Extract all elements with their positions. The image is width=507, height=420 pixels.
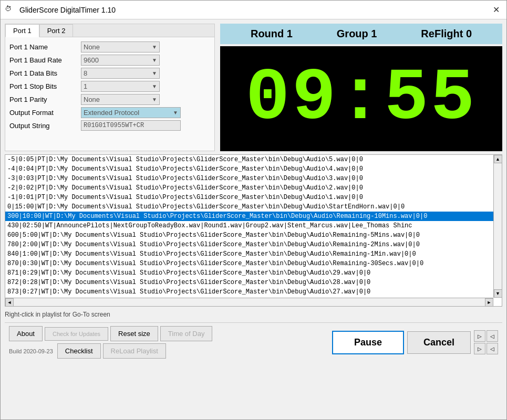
- playlist-item[interactable]: 300|10:00|WT|D:\My Documents\Visual Stud…: [5, 212, 502, 221]
- tab-port2[interactable]: Port 2: [39, 24, 74, 37]
- content-area: Port 1 Port 2 Port 1 Name None ▼ Port 1: [1, 19, 506, 419]
- main-window: ⏱ GliderScore DigitalTimer 1.10 ✕ Port 1…: [0, 0, 507, 420]
- output-format-value: Extended Protocol: [84, 109, 139, 117]
- window-title: GliderScore DigitalTimer 1.10: [19, 6, 116, 14]
- playlist-item[interactable]: 870|0:30|WT|D:\My Documents\Visual Studi…: [5, 259, 502, 268]
- port1-stop-row: Port 1 Stop Bits 1 ▼: [9, 81, 210, 92]
- scroll-left-button[interactable]: ◄: [5, 298, 14, 307]
- port1-baud-label: Port 1 Baud Rate: [9, 56, 78, 64]
- mini-btn-row-bottom: ▷ ◁: [474, 343, 498, 354]
- group-label: Group 1: [337, 28, 377, 40]
- output-string-value: R01G01T0955WT+CR: [81, 120, 181, 131]
- check-updates-button[interactable]: Check for Updates: [45, 327, 108, 341]
- playlist-item[interactable]: 840|1:00|WT|D:\My Documents\Visual Studi…: [5, 249, 502, 259]
- output-string-row: Output String R01G01T0955WT+CR: [9, 120, 210, 131]
- port1-stop-arrow: ▼: [152, 83, 157, 89]
- port1-name-row: Port 1 Name None ▼: [9, 41, 210, 52]
- port1-parity-arrow: ▼: [152, 97, 157, 102]
- mini-buttons: ▷ ◁ ▷ ◁: [474, 330, 498, 354]
- button-row-1: About Check for Updates Reset size Time …: [9, 326, 212, 341]
- scroll-right-button[interactable]: ►: [485, 298, 493, 307]
- playlist-item[interactable]: -5|0:05|PT|D:\My Documents\Visual Studio…: [5, 155, 502, 164]
- output-string-label: Output String: [9, 122, 78, 130]
- scrollbar-vertical[interactable]: ▲ ▼: [493, 155, 502, 298]
- port1-name-arrow: ▼: [152, 44, 157, 50]
- checklist-button[interactable]: Checklist: [57, 343, 101, 359]
- port1-data-select[interactable]: 8 ▼: [81, 68, 160, 79]
- output-format-select[interactable]: Extended Protocol ▼: [81, 107, 181, 118]
- mini-btn-row-top: ▷ ◁: [474, 330, 498, 342]
- port1-baud-row: Port 1 Baud Rate 9600 ▼: [9, 55, 210, 66]
- port1-stop-value: 1: [84, 82, 87, 90]
- playlist-item[interactable]: -4|0:04|PT|D:\My Documents\Visual Studio…: [5, 164, 502, 174]
- close-button[interactable]: ✕: [490, 4, 502, 16]
- playlist-item[interactable]: 873|0:27|WT|D:\My Documents\Visual Studi…: [5, 287, 502, 297]
- scroll-down-button[interactable]: ▼: [494, 289, 502, 298]
- bottom-bar: About Check for Updates Reset size Time …: [5, 322, 502, 362]
- app-icon: ⏱: [5, 5, 15, 15]
- playlist-item[interactable]: 600|5:00|WT|D:\My Documents\Visual Studi…: [5, 230, 502, 240]
- port1-name-label: Port 1 Name: [9, 43, 78, 51]
- title-bar-left: ⏱ GliderScore DigitalTimer 1.10: [5, 5, 116, 15]
- port1-parity-value: None: [84, 96, 100, 103]
- playlist-item[interactable]: -3|0:03|PT|D:\My Documents\Visual Studio…: [5, 174, 502, 183]
- timer-digits: 09:55: [245, 62, 477, 135]
- playlist-section: -5|0:05|PT|D:\My Documents\Visual Studio…: [5, 154, 502, 307]
- reload-playlist-button[interactable]: ReLoad Playlist: [103, 343, 166, 359]
- port1-data-value: 8: [84, 69, 87, 77]
- playlist-item[interactable]: -1|0:01|PT|D:\My Documents\Visual Studio…: [5, 193, 502, 202]
- time-of-day-button[interactable]: Time of Day: [160, 326, 213, 341]
- playlist-item[interactable]: -2|0:02|PT|D:\My Documents\Visual Studio…: [5, 183, 502, 193]
- port1-parity-select[interactable]: None ▼: [81, 94, 160, 105]
- playlist-item[interactable]: 780|2:00|WT|D:\My Documents\Visual Studi…: [5, 240, 502, 249]
- top-section: Port 1 Port 2 Port 1 Name None ▼ Port 1: [5, 24, 502, 151]
- reset-size-button[interactable]: Reset size: [110, 326, 158, 341]
- playlist-list[interactable]: -5|0:05|PT|D:\My Documents\Visual Studio…: [5, 155, 502, 306]
- port1-stop-label: Port 1 Stop Bits: [9, 82, 78, 90]
- mini-btn-bottom-left[interactable]: ◁: [487, 343, 498, 354]
- tab-bar: Port 1 Port 2: [5, 24, 214, 37]
- port1-stop-select[interactable]: 1 ▼: [81, 81, 160, 92]
- bottom-buttons: About Check for Updates Reset size Time …: [9, 326, 498, 359]
- mini-btn-top-left[interactable]: ◁: [487, 330, 498, 342]
- mini-btn-bottom-right[interactable]: ▷: [474, 343, 485, 354]
- scroll-up-button[interactable]: ▲: [494, 155, 502, 163]
- port1-baud-value: 9600: [84, 56, 99, 64]
- port1-baud-arrow: ▼: [152, 57, 157, 63]
- playlist-item[interactable]: 0|15:00|WT|D:\My Documents\Visual Studio…: [5, 202, 502, 212]
- port1-parity-row: Port 1 Parity None ▼: [9, 94, 210, 105]
- output-format-row: Output Format Extended Protocol ▼: [9, 107, 210, 118]
- scrollbar-horizontal[interactable]: ◄ ►: [5, 298, 493, 306]
- timer-display: 09:55: [220, 46, 502, 151]
- port1-data-row: Port 1 Data Bits 8 ▼: [9, 68, 210, 79]
- output-format-label: Output Format: [9, 109, 78, 117]
- timer-panel: Round 1 Group 1 ReFlight 0 09:55: [220, 24, 502, 151]
- left-button-group: About Check for Updates Reset size Time …: [9, 326, 212, 359]
- port1-baud-select[interactable]: 9600 ▼: [81, 55, 160, 66]
- button-row-2: Build 2020-09-23 Checklist ReLoad Playli…: [9, 343, 212, 359]
- build-info: Build 2020-09-23: [9, 348, 53, 354]
- timer-header: Round 1 Group 1 ReFlight 0: [220, 24, 502, 44]
- about-button[interactable]: About: [9, 326, 43, 341]
- playlist-item[interactable]: 872|0:28|WT|D:\My Documents\Visual Studi…: [5, 278, 502, 287]
- port1-name-value: None: [84, 43, 100, 51]
- port1-data-label: Port 1 Data Bits: [9, 69, 78, 77]
- mini-btn-top-right[interactable]: ▷: [474, 330, 485, 342]
- playlist-item[interactable]: 430|02:50|WT|AnnouncePilots|NextGroupToR…: [5, 221, 502, 230]
- title-bar: ⏱ GliderScore DigitalTimer 1.10 ✕: [1, 1, 506, 19]
- pause-button[interactable]: Pause: [332, 331, 404, 354]
- cancel-button[interactable]: Cancel: [407, 331, 471, 354]
- port-fields: Port 1 Name None ▼ Port 1 Baud Rate 9600…: [5, 37, 214, 135]
- port1-name-select[interactable]: None ▼: [81, 41, 160, 52]
- port1-data-arrow: ▼: [152, 70, 157, 76]
- round-label: Round 1: [251, 28, 293, 40]
- tab-port1[interactable]: Port 1: [5, 24, 39, 37]
- output-format-arrow: ▼: [173, 110, 178, 116]
- port-panel: Port 1 Port 2 Port 1 Name None ▼ Port 1: [5, 24, 215, 151]
- reflight-label: ReFlight 0: [421, 28, 472, 40]
- port1-parity-label: Port 1 Parity: [9, 96, 78, 103]
- playlist-hint: Right-click in playlist for Go-To screen: [5, 310, 502, 319]
- playlist-item[interactable]: 871|0:29|WT|D:\My Documents\Visual Studi…: [5, 268, 502, 278]
